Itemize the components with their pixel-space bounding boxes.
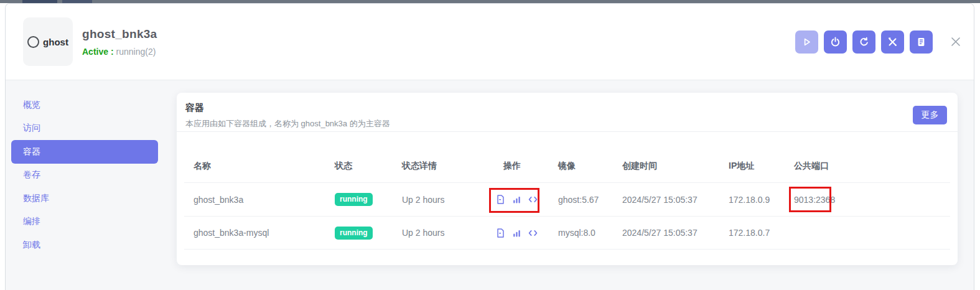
column-header-ip: IP地址 (729, 161, 794, 172)
column-header-ports: 公共端口 (794, 161, 950, 172)
container-section-card: 容器 本应用由如下容器组成，名称为 ghost_bnk3a 的为主容器 更多 名… (177, 93, 958, 265)
logs-button[interactable] (910, 30, 933, 54)
sidebar-item-label: 卸载 (23, 240, 40, 251)
sidebar: 概览 访问 容器 卷存 数据库 编排 卸载 (6, 80, 177, 290)
annotation-box-operations (489, 188, 539, 213)
cell-container-name: ghost_bnk3a (194, 195, 335, 205)
cell-image: mysql:8.0 (558, 228, 622, 238)
sidebar-item-label: 容器 (23, 146, 40, 157)
app-status: Active :running(2) (82, 47, 157, 57)
app-detail-modal: ghost ghost_bnk3a Active :running(2) (5, 3, 974, 290)
cell-status-detail: Up 2 hours (402, 195, 503, 205)
table-row: ghost_bnk3a running Up 2 hours (184, 183, 950, 217)
annotation-box-port (789, 187, 831, 212)
logo-text: ghost (43, 37, 68, 47)
sidebar-item-label: 数据库 (23, 193, 49, 204)
column-header-status-detail: 状态详情 (402, 161, 503, 172)
cell-status: running (335, 193, 402, 206)
sidebar-item-container[interactable]: 容器 (11, 140, 158, 164)
tools-button[interactable] (881, 30, 904, 54)
section-description: 本应用由如下容器组成，名称为 ghost_bnk3a 的为主容器 (185, 118, 948, 129)
modal-body: 概览 访问 容器 卷存 数据库 编排 卸载 容器 本应用由如下容器组成，名称为 … (6, 80, 974, 290)
title-block: ghost_bnk3a Active :running(2) (82, 27, 157, 57)
ghost-logo-icon (27, 36, 39, 48)
column-header-created: 创建时间 (622, 161, 729, 172)
sidebar-item-overview[interactable]: 概览 (11, 93, 158, 117)
table-row: ghost_bnk3a-mysql running Up 2 hours (184, 217, 950, 250)
sidebar-item-label: 概览 (23, 100, 40, 111)
log-icon (916, 37, 926, 47)
terminal-code-icon[interactable] (528, 228, 538, 238)
sidebar-item-access[interactable]: 访问 (11, 117, 158, 141)
status-label: Active : (82, 47, 114, 57)
main-area: 容器 本应用由如下容器组成，名称为 ghost_bnk3a 的为主容器 更多 名… (177, 80, 974, 290)
power-icon (830, 37, 841, 47)
sidebar-item-label: 编排 (23, 216, 40, 227)
status-value: running(2) (116, 47, 156, 57)
cell-image: ghost:5.67 (558, 195, 622, 205)
operations-group (495, 228, 558, 238)
cell-created: 2024/5/27 15:05:37 (622, 228, 729, 238)
column-header-status: 状态 (335, 161, 402, 172)
cell-status: running (335, 227, 402, 240)
stop-button[interactable] (824, 30, 847, 54)
sidebar-item-label: 访问 (23, 123, 40, 134)
card-head: 容器 本应用由如下容器组成，名称为 ghost_bnk3a 的为主容器 更多 (177, 93, 958, 132)
log-file-icon[interactable] (495, 228, 506, 238)
refresh-icon (859, 37, 869, 47)
status-badge: running (335, 193, 373, 206)
modal-header: ghost ghost_bnk3a Active :running(2) (6, 4, 974, 80)
start-button[interactable] (795, 30, 818, 54)
tools-icon (887, 37, 898, 47)
restart-button[interactable] (852, 30, 875, 54)
column-header-operations: 操作 (503, 161, 558, 172)
app-title: ghost_bnk3a (82, 27, 157, 41)
more-button[interactable]: 更多 (913, 106, 947, 124)
close-icon[interactable] (948, 34, 964, 50)
section-title: 容器 (185, 102, 948, 114)
cell-ip: 172.18.0.7 (729, 228, 794, 238)
table-header-row: 名称 状态 状态详情 操作 镜像 创建时间 IP地址 公共端口 (184, 132, 950, 183)
sidebar-item-orchestration[interactable]: 编排 (11, 210, 158, 234)
sidebar-item-volumes[interactable]: 卷存 (11, 164, 158, 187)
cell-created: 2024/5/27 15:05:37 (622, 195, 729, 205)
cell-ip: 172.18.0.9 (729, 195, 794, 205)
cell-status-detail: Up 2 hours (402, 228, 503, 238)
header-actions (795, 30, 964, 54)
column-header-image: 镜像 (558, 161, 622, 172)
app-logo: ghost (23, 17, 73, 66)
stats-bars-icon[interactable] (511, 228, 522, 238)
cell-operations (503, 228, 558, 238)
cell-container-name: ghost_bnk3a-mysql (194, 228, 335, 238)
play-icon (801, 37, 812, 47)
sidebar-item-database[interactable]: 数据库 (11, 187, 158, 210)
sidebar-item-uninstall[interactable]: 卸载 (11, 233, 158, 257)
column-header-name: 名称 (194, 161, 335, 172)
status-badge: running (335, 227, 373, 240)
sidebar-item-label: 卷存 (23, 169, 40, 180)
